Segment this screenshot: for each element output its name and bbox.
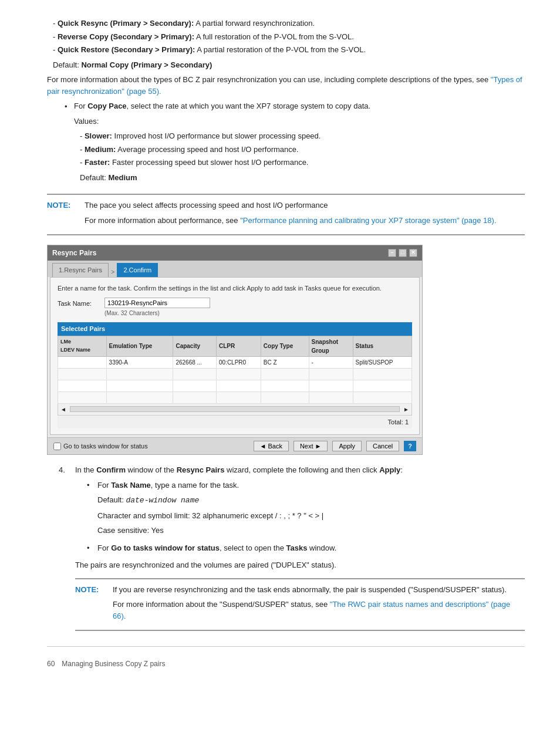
cell-ldev xyxy=(58,356,107,368)
default2-value: Medium xyxy=(108,173,137,182)
sub1-item: • For Task Name, type a name for the tas… xyxy=(87,480,525,540)
sub2-suffix: , select to open the xyxy=(220,544,286,552)
table-row-empty-1 xyxy=(58,368,412,380)
dialog-titlebar: Resync Pairs – □ ✕ xyxy=(48,245,422,261)
copy-pace-intro: For Copy Pace, select the rate at which … xyxy=(74,100,525,112)
scroll-left-arrow[interactable]: ◄ xyxy=(60,405,66,414)
th-clpr: CLPR xyxy=(216,336,261,356)
note-text-1: The pace you select affects processing s… xyxy=(85,200,525,211)
quick-restore-item: - Quick Restore (Secondary > Primary): A… xyxy=(53,44,525,56)
page-footer: 60 Managing Business Copy Z pairs xyxy=(47,659,525,669)
step4-section: 4. In the Confirm window of the Resync P… xyxy=(59,464,525,638)
quick-resync-text: A partial forward resynchronization. xyxy=(194,19,315,28)
perf-link[interactable]: "Performance planning and calibrating yo… xyxy=(240,216,496,225)
dialog-tabs: 1.Resync Pairs > 2.Confirm xyxy=(48,261,422,277)
cell-clpr: 00:CLPR0 xyxy=(216,356,261,368)
step4-subbullets: • For Task Name, type a name for the tas… xyxy=(87,480,525,558)
dash-prefix: - xyxy=(53,19,58,28)
next-button[interactable]: Next ► xyxy=(294,441,328,451)
horizontal-scrollbar[interactable] xyxy=(70,406,400,412)
quick-resync-item: - Quick Resync (Primary > Secondary): A … xyxy=(53,18,525,29)
copy-pace-suffix: , select the rate at which you want the … xyxy=(127,102,371,110)
apply-button[interactable]: Apply xyxy=(332,441,362,451)
table-row-empty-2 xyxy=(58,380,412,391)
goto-tasks-checkbox-area: Go to tasks window for status xyxy=(53,441,249,451)
sub2-content: For Go to tasks window for status, selec… xyxy=(97,542,336,558)
quick-restore-text: A partial restoration of the P-VOL from … xyxy=(195,45,366,54)
copy-pace-values: - Slower: Improved host I/O performance … xyxy=(80,130,525,168)
reverse-copy-item: - Reverse Copy (Secondary > Primary): A … xyxy=(53,31,525,43)
sub2-end: window. xyxy=(307,544,336,552)
dash-s: - xyxy=(80,131,85,140)
dash-prefix3: - xyxy=(53,45,58,54)
sub2-intro: For Go to tasks window for status, selec… xyxy=(97,542,336,554)
pairs-note: The pairs are resynchronized and the vol… xyxy=(75,559,525,571)
note-label-1: NOTE: xyxy=(47,200,77,211)
minimize-button[interactable]: – xyxy=(388,249,396,257)
task-name-hint: (Max. 32 Characters) xyxy=(104,309,210,318)
maximize-button[interactable]: □ xyxy=(399,249,407,257)
cell-snapshot: - xyxy=(309,356,353,368)
note-label-2: NOTE: xyxy=(75,584,106,596)
reverse-copy-bold: Reverse Copy (Secondary > Primary): xyxy=(58,32,194,41)
tab-confirm[interactable]: 2.Confirm xyxy=(117,263,158,277)
th-status: Status xyxy=(353,336,411,356)
sub1-intro: For Task Name, type a name for the task. xyxy=(97,480,323,491)
note-box-1: NOTE: The pace you select affects proces… xyxy=(47,194,525,235)
sub1-char-limit: Character and symbol limit: 32 alphanume… xyxy=(97,510,323,522)
step4-apply-bold: Apply xyxy=(379,465,400,474)
dialog-instruction: Enter a name for the task. Confirm the s… xyxy=(58,283,412,293)
task-name-input-area: (Max. 32 Characters) xyxy=(104,298,210,318)
resync-types-list: - Quick Resync (Primary > Secondary): A … xyxy=(53,18,525,56)
total-count: Total: 1 xyxy=(58,416,412,429)
th-ldev-name: LMeLDEV Name xyxy=(58,336,107,356)
tab-separator: > xyxy=(110,265,116,277)
bullet-dot: • xyxy=(65,101,74,187)
cancel-button[interactable]: Cancel xyxy=(366,441,399,451)
step4-suffix: wizard, complete the following and then … xyxy=(224,465,379,474)
th-capacity: Capacity xyxy=(173,336,217,356)
step4-confirm-bold: Confirm xyxy=(96,465,126,474)
task-name-label: Task Name: xyxy=(58,298,104,309)
sub1-case: Case sensitive: Yes xyxy=(97,525,323,536)
step4-middle: window of the xyxy=(126,465,177,474)
step4-resync-bold: Resync Pairs xyxy=(177,465,225,474)
page-section: Managing Business Copy Z pairs xyxy=(62,659,165,669)
faster-text: Faster processing speed but slower host … xyxy=(110,158,308,167)
step4-intro: In the Confirm window of the Resync Pair… xyxy=(75,464,525,476)
default2-label: Default: xyxy=(80,173,108,182)
scroll-right-arrow[interactable]: ► xyxy=(403,405,409,414)
help-button[interactable]: ? xyxy=(404,441,416,451)
step4-content: In the Confirm window of the Resync Pair… xyxy=(75,464,525,638)
sub1-bold: Task Name xyxy=(111,481,151,490)
goto-tasks-label: Go to tasks window for status xyxy=(63,441,148,451)
sub2-bold: Go to tasks window for status xyxy=(111,544,220,552)
titlebar-controls[interactable]: – □ ✕ xyxy=(388,249,417,257)
values-label: Values: xyxy=(74,116,525,127)
close-button[interactable]: ✕ xyxy=(409,249,417,257)
task-name-row: Task Name: (Max. 32 Characters) xyxy=(58,298,412,318)
dialog-title: Resync Pairs xyxy=(52,248,96,258)
default-code: date-window name xyxy=(126,496,199,505)
th-snapshot-group: SnapshotGroup xyxy=(309,336,353,356)
default-copy-line: Default: Normal Copy (Primary > Secondar… xyxy=(53,59,525,71)
pairs-table: LMeLDEV Name Emulation Type Capacity CLP… xyxy=(58,336,412,404)
faster-bold: Faster: xyxy=(85,158,110,167)
task-name-input[interactable] xyxy=(104,298,210,308)
cell-status: Split/SUSPOP xyxy=(353,356,411,368)
quick-restore-bold: Quick Restore (Secondary > Primary): xyxy=(58,45,195,54)
intro-text-block: - Quick Resync (Primary > Secondary): A … xyxy=(47,18,525,235)
cell-capacity: 262668 ... xyxy=(173,356,217,368)
goto-tasks-checkbox[interactable] xyxy=(53,443,61,450)
resync-pairs-dialog: Resync Pairs – □ ✕ 1.Resync Pairs > 2.Co… xyxy=(47,245,423,455)
default-medium-line: Default: Medium xyxy=(80,172,525,184)
dash-m: - xyxy=(80,145,85,154)
for-prefix: For xyxy=(74,102,87,110)
page-divider xyxy=(47,646,525,647)
step4-number: 4. xyxy=(59,464,70,638)
selected-pairs-header: Selected Pairs xyxy=(58,322,412,336)
tab-resync-pairs[interactable]: 1.Resync Pairs xyxy=(52,263,109,277)
step4-prefix: In the xyxy=(75,465,96,474)
copy-pace-section: • For Copy Pace, select the rate at whic… xyxy=(65,100,525,187)
back-button[interactable]: ◄ Back xyxy=(254,441,289,451)
